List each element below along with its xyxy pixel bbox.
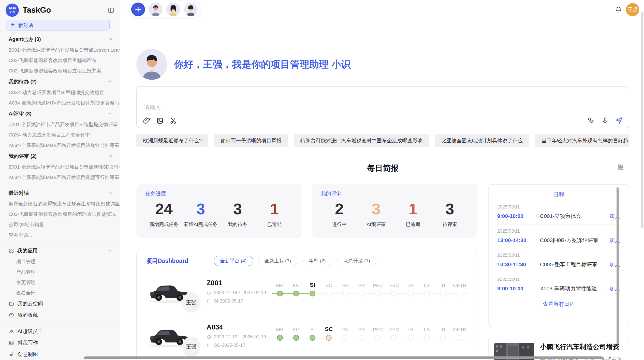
- milestone-dot: [342, 335, 348, 341]
- schedule-event-title: C001-立项审批会: [540, 213, 609, 220]
- sidebar-item[interactable]: 产品管理: [0, 267, 120, 277]
- sidebar-task-groups: Agent已办 (3)Z001-全新燃油皮卡产品开发项目SI节点Lesson L…: [0, 34, 120, 183]
- suggestion-chip[interactable]: 特朗普可能对进口汽车增税会对中国车企造成哪些影响: [294, 134, 429, 147]
- sidebar-item-star[interactable]: 我的收藏: [0, 309, 120, 321]
- sidebar-item[interactable]: C0X4-动力总成开发项目SI里程碑提交物检查: [0, 87, 120, 98]
- schedule-time: 9:00-10:00: [497, 286, 540, 292]
- sidebar-section-header[interactable]: 最近对话: [0, 187, 120, 199]
- stat-value: 1: [394, 200, 431, 218]
- sidebar-item[interactable]: 查看全部...: [0, 230, 120, 240]
- stat-value: 3: [182, 200, 219, 218]
- dashboard-filter-chip[interactable]: 全新上装 (3): [258, 256, 298, 266]
- view-all-schedule-link[interactable]: 查看所有日程: [497, 301, 620, 308]
- project-daterange-text: 2023-12-19 ~ 2027-01-19: [214, 290, 266, 295]
- chevron-up-icon: [108, 79, 113, 84]
- sidebar-item[interactable]: Z001-全新燃油轻卡产品开发项目SI造型提交物评审: [0, 119, 120, 130]
- sidebar-section-header[interactable]: 我的应用: [0, 245, 120, 256]
- project-row[interactable]: 王强A0342023-12-19 ~ 2026-01-19SC-2025-05-…: [146, 316, 468, 355]
- new-chat-label: 新对话: [18, 22, 33, 29]
- chat-input[interactable]: [143, 103, 563, 113]
- new-chat-button[interactable]: 新对话: [6, 20, 110, 31]
- milestone-label: PR: [358, 279, 365, 288]
- dashboard-filter-chip[interactable]: 年型 (2): [302, 256, 332, 266]
- milestone-dot: [424, 291, 430, 296]
- milestone-dot: [375, 335, 381, 341]
- sidebar-item[interactable]: C02-飞腾新能源轻客改款项目立项汇报方案: [0, 66, 120, 76]
- scroll-right-button[interactable]: [609, 356, 611, 359]
- horizontal-scrollbar-thumb[interactable]: [84, 356, 603, 359]
- sidebar-item[interactable]: A034-全新新能源MUV产品开发项目法规符合性评审: [0, 140, 120, 151]
- page-vertical-scrollbar[interactable]: [641, 12, 643, 228]
- milestone-label: LS: [424, 279, 430, 288]
- sidebar-item[interactable]: 项目管理: [0, 256, 120, 267]
- scroll-down-button[interactable]: [616, 348, 619, 350]
- milestone-dot: [408, 335, 414, 341]
- suggestion-chips: 欧洲新规最近颁布了什么?如何写一份清晰的项目周报特朗普可能对进口汽车增税会对中国…: [136, 134, 629, 147]
- sidebar-tool-people[interactable]: AI超级员工: [0, 326, 120, 337]
- stat-label: 已逾期: [394, 221, 431, 228]
- project-daterange: 2023-12-19 ~ 2026-01-19: [207, 334, 270, 340]
- assistant-greeting-block: 你好，王强，我是你的项目管理助理 小识: [136, 49, 629, 80]
- stat-value: 24: [145, 200, 182, 218]
- project-daterange: 2023-12-19 ~ 2027-01-19: [207, 290, 270, 295]
- milestone-dot: [440, 335, 446, 341]
- milestone-lr: LR: [402, 323, 419, 348]
- attach-image-icon[interactable]: [156, 117, 164, 125]
- screenshot-scissors-icon[interactable]: [169, 117, 177, 125]
- stat-label: 已逾期: [256, 221, 293, 228]
- sidebar-section-header[interactable]: Agent已办 (3): [0, 34, 120, 45]
- sidebar-item[interactable]: 变更管理: [0, 277, 120, 288]
- sidebar-item-folder[interactable]: 我的云空间: [0, 298, 120, 309]
- sidebar-item[interactable]: A034-全新新能源MUV产品开发项目计划变更表编写: [0, 98, 120, 108]
- sidebar-item-label: 帮我写作: [18, 339, 38, 346]
- sidebar-item[interactable]: C02-飞腾新能源轻客改款项目的闭环通告反馈情况: [0, 209, 120, 219]
- daily-brief-header: 每日简报: [136, 163, 629, 172]
- schedule-entry: 2025/03/119:00-10:00C001-立项审批会加入: [497, 201, 620, 225]
- sidebar-item[interactable]: A034-全新新能源MUV产品开发项目造型可行性评审: [0, 172, 120, 183]
- sidebar-item[interactable]: C02-飞腾新能源轻客改款项目里程碑画布: [0, 55, 120, 66]
- schedule-row: 10:30-11:30C005-整车工程目标评审加入: [497, 261, 620, 268]
- milestone-label: OKTB: [453, 323, 466, 333]
- panel-vertical-scrollbar[interactable]: [617, 187, 619, 344]
- suggestion-chip[interactable]: 如何写一份清晰的项目周报: [214, 134, 288, 147]
- milestone-dot: [326, 335, 332, 341]
- sidebar-item[interactable]: Z001-全新燃油轻卡产品开发项目SI节点属性5D文件评审: [0, 162, 120, 172]
- dashboard-header: 项目Dashboard 全新平台 (4)全新上装 (3)年型 (2)动总开发 (…: [146, 255, 468, 266]
- daily-brief-title: 每日简报: [367, 164, 399, 173]
- schedule-event-title: C003|H0B-方案冻结评审: [540, 237, 609, 244]
- dashboard-filter-chip[interactable]: 全新平台 (4): [214, 256, 253, 266]
- suggestion-chip[interactable]: 比亚迪全固态电池计划具体说了什么: [435, 134, 529, 147]
- suggestion-chip[interactable]: 当下年轻人对汽车外观有怎样的喜好趋势: [535, 134, 629, 147]
- milestone-timeline: MRKOSISCPAPRPECFECLRLSJ1OKTB: [272, 279, 468, 304]
- layout-grid-icon[interactable]: [618, 164, 624, 170]
- milestone-label: J1: [441, 323, 446, 333]
- sidebar-section-header[interactable]: 我的评审 (2): [0, 151, 120, 162]
- milestone-lr: LR: [402, 279, 419, 304]
- sidebar-section-header[interactable]: 我的待办 (2): [0, 76, 120, 87]
- sidebar-item[interactable]: 查看全部...: [0, 288, 120, 298]
- sidebar-item[interactable]: 解释最新出台的欧盟报废车法规再生塑料比例被调至15%...: [0, 199, 120, 209]
- sidebar-my-apps: 我的应用项目管理产品管理变更管理查看全部...: [0, 245, 120, 298]
- schedule-card: 日程 2025/03/119:00-10:00C001-立项审批会加入2025/…: [488, 184, 629, 327]
- milestone-dot: [293, 291, 299, 296]
- attach-file-icon[interactable]: [143, 117, 151, 125]
- suggestion-chip[interactable]: 欧洲新规最近颁布了什么?: [136, 134, 208, 147]
- sidebar-item[interactable]: Z001-全新燃油皮卡产品开发项目SI节点Lesson Learn报告: [0, 45, 120, 55]
- microphone-icon[interactable]: [601, 117, 609, 124]
- sidebar-collapse-icon[interactable]: [108, 7, 114, 14]
- dashboard-filter-chip[interactable]: 动总开发 (1): [337, 256, 377, 266]
- voice-call-icon[interactable]: [588, 117, 595, 124]
- project-dashboard-card: 项目Dashboard 全新平台 (4)全新上装 (3)年型 (2)动总开发 (…: [136, 250, 477, 360]
- sidebar-item[interactable]: C0X4-动力总成开发项目工程变更评审: [0, 130, 120, 140]
- sidebar-item[interactable]: 公司Q3轻卡销量: [0, 219, 120, 230]
- sidebar-section-title: AI评审 (3): [9, 110, 32, 117]
- project-list: 王强Z0012023-12-19 ~ 2027-01-19SI-2025-05-…: [146, 272, 468, 360]
- project-row[interactable]: 王强Z0012023-12-19 ~ 2027-01-19SI-2025-05-…: [146, 272, 468, 311]
- sidebar-section-header[interactable]: AI评审 (3): [0, 108, 120, 119]
- chevron-up-icon: [108, 111, 113, 116]
- send-icon[interactable]: [615, 116, 623, 125]
- content-column: 你好，王强，我是你的项目管理助理 小识 欧洲新规最近颁布了什么?如何写一份清晰的…: [136, 0, 629, 360]
- milestone-dot: [326, 291, 332, 296]
- milestone-label: PEC: [373, 279, 383, 288]
- sidebar-tool-write[interactable]: 帮我写作: [0, 337, 120, 349]
